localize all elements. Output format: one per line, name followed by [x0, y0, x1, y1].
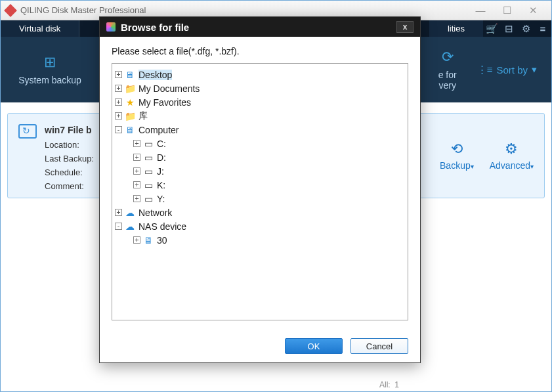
menu-icon[interactable]: ≡ [534, 20, 551, 37]
tree-label: 库 [138, 110, 148, 122]
recovery-button[interactable]: ⟳ e for very [418, 49, 477, 91]
app-title: QILING Disk Master Professional [20, 5, 146, 15]
desktop-icon: 🖥 [124, 70, 136, 80]
tree-label: 30 [157, 235, 167, 246]
list-icon[interactable]: ⊟ [500, 20, 517, 37]
folder-icon: 📁 [124, 83, 136, 94]
tree-node-nas-child[interactable]: + 🖥 30 [115, 233, 405, 247]
tree-label: J: [157, 166, 164, 177]
backup-action-label: Backup [440, 160, 471, 171]
tree-label: C: [157, 139, 166, 149]
expand-toggle[interactable]: + [133, 154, 140, 161]
tab-utilities[interactable]: lities [429, 20, 483, 37]
app-logo-icon [4, 4, 17, 17]
folder-icon: 📁 [124, 111, 136, 121]
tree-node-drive-c[interactable]: + ▭ C: [115, 137, 405, 150]
dialog-title: Browse for file [121, 22, 189, 33]
computer-icon: 🖥 [124, 125, 136, 135]
file-tree[interactable]: + 🖥 Desktop + 📁 My Documents + ★ My Favo… [112, 63, 408, 320]
dialog-prompt: Please select a file(*.dfg, *.bzf). [112, 46, 408, 56]
tree-node-computer[interactable]: - 🖥 Computer [115, 123, 405, 137]
drive-icon: ▭ [142, 152, 154, 163]
tab-virtual-disk[interactable]: Virtual disk [1, 20, 79, 37]
advanced-action-label: Advanced [490, 160, 530, 171]
tree-node-drive-d[interactable]: + ▭ D: [115, 150, 405, 164]
tree-label: My Favorites [138, 97, 191, 108]
gear-icon[interactable]: ⚙ [517, 20, 534, 37]
collapse-toggle[interactable]: - [115, 223, 122, 230]
tree-label: My Documents [138, 83, 200, 94]
tree-node-myfav[interactable]: + ★ My Favorites [115, 95, 405, 109]
expand-toggle[interactable]: + [115, 98, 122, 106]
advanced-action-icon: ⚙ [490, 141, 534, 158]
dialog-logo-icon [106, 22, 116, 32]
expand-toggle[interactable]: + [115, 209, 122, 216]
dialog-close-button[interactable]: x [396, 21, 414, 33]
tree-node-nas[interactable]: - ☁ NAS device [115, 219, 405, 233]
cancel-button[interactable]: Cancel [350, 338, 408, 354]
sort-list-icon: ⋮≡ [477, 64, 493, 76]
window-maximize-button[interactable]: ☐ [494, 5, 520, 16]
tree-label: NAS device [138, 221, 186, 232]
tree-node-drive-j[interactable]: + ▭ J: [115, 164, 405, 178]
chevron-down-icon: ▾ [532, 64, 537, 76]
tree-label: Desktop [138, 70, 172, 80]
tree-label: D: [157, 152, 166, 163]
status-count: 1 [394, 380, 399, 389]
expand-toggle[interactable]: + [133, 195, 140, 202]
recovery-label-2: very [418, 80, 477, 91]
grid-icon: ⊞ [1, 54, 99, 71]
expand-toggle[interactable]: + [133, 236, 140, 244]
tree-node-desktop[interactable]: + 🖥 Desktop [115, 68, 405, 81]
expand-toggle[interactable]: + [133, 167, 140, 175]
tree-node-network[interactable]: + ☁ Network [115, 206, 405, 219]
drive-icon: ▭ [142, 166, 154, 177]
backup-action-icon: ⟲ [440, 141, 474, 158]
status-all-label: All: [379, 380, 391, 389]
tree-label: Y: [157, 194, 165, 204]
drive-icon: ▭ [142, 194, 154, 204]
restore-icon: ⟳ [418, 49, 477, 66]
tree-node-drive-y[interactable]: + ▭ Y: [115, 192, 405, 206]
ok-button[interactable]: OK [285, 338, 343, 354]
expand-toggle[interactable]: + [115, 71, 122, 78]
dialog-titlebar[interactable]: Browse for file x [100, 17, 420, 37]
drive-icon: ▭ [142, 139, 154, 149]
file-backup-icon [18, 123, 45, 188]
status-bar: All: 1 [1, 378, 551, 391]
window-minimize-button[interactable]: — [467, 5, 494, 16]
expand-toggle[interactable]: + [133, 140, 140, 147]
system-backup-button[interactable]: ⊞ System backup [1, 54, 99, 85]
sort-by-button[interactable]: ⋮≡ Sort by ▾ [477, 64, 551, 76]
monitor-icon: 🖥 [142, 235, 154, 246]
expand-toggle[interactable]: + [115, 85, 122, 92]
tree-label: K: [157, 180, 165, 190]
expand-toggle[interactable]: + [115, 112, 122, 120]
nas-icon: ☁ [124, 221, 136, 232]
advanced-action-button[interactable]: ⚙ Advanced▾ [490, 141, 534, 171]
chevron-down-icon: ▾ [471, 163, 474, 170]
cart-icon[interactable]: 🛒 [483, 20, 500, 37]
collapse-toggle[interactable]: - [115, 126, 122, 133]
chevron-down-icon: ▾ [530, 163, 534, 170]
tree-node-drive-k[interactable]: + ▭ K: [115, 178, 405, 192]
drive-icon: ▭ [142, 180, 154, 190]
recovery-label-1: e for [418, 70, 477, 80]
tree-label: Network [138, 207, 172, 218]
backup-action-button[interactable]: ⟲ Backup▾ [440, 141, 474, 171]
system-backup-label: System backup [1, 75, 99, 85]
tree-node-mydocs[interactable]: + 📁 My Documents [115, 81, 405, 95]
sort-by-label: Sort by [496, 64, 528, 76]
tree-label: Computer [138, 125, 179, 135]
expand-toggle[interactable]: + [133, 181, 140, 188]
star-icon: ★ [124, 97, 136, 108]
network-icon: ☁ [124, 207, 136, 218]
window-close-button[interactable]: ✕ [520, 5, 546, 16]
browse-file-dialog: Browse for file x Please select a file(*… [99, 16, 421, 363]
tree-node-library[interactable]: + 📁 库 [115, 109, 405, 123]
